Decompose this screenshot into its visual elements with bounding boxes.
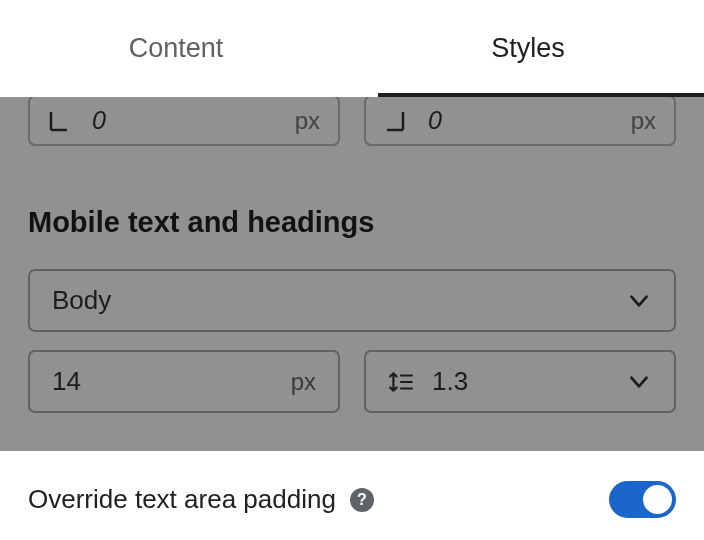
line-height-icon (388, 369, 414, 395)
tab-content-label: Content (129, 33, 224, 64)
font-size-value: 14 (52, 366, 291, 397)
chevron-down-icon (626, 288, 652, 314)
padding-right-icon (384, 110, 406, 132)
override-label: Override text area padding (28, 484, 336, 515)
text-style-selected: Body (52, 285, 626, 316)
text-style-dropdown[interactable]: Body (28, 269, 676, 332)
padding-row: 0 px 0 px (28, 97, 676, 146)
tab-content[interactable]: Content (0, 0, 352, 97)
font-size-unit: px (291, 368, 316, 396)
typography-row: 14 px 1.3 (28, 350, 676, 413)
padding-left-value: 0 (92, 106, 295, 135)
section-heading: Mobile text and headings (28, 206, 676, 239)
override-row: Override text area padding ? (0, 451, 704, 518)
padding-left-icon (48, 110, 70, 132)
line-height-value: 1.3 (432, 366, 626, 397)
padding-left-field[interactable]: 0 px (28, 97, 340, 146)
toggle-knob (643, 485, 672, 514)
font-size-field[interactable]: 14 px (28, 350, 340, 413)
help-icon[interactable]: ? (350, 488, 374, 512)
line-height-field[interactable]: 1.3 (364, 350, 676, 413)
chevron-down-icon (626, 369, 652, 395)
override-toggle[interactable] (609, 481, 676, 518)
padding-right-value: 0 (428, 106, 631, 135)
styles-panel-dimmed: 0 px 0 px Mobile text and headings Body … (0, 97, 704, 451)
tab-styles-label: Styles (491, 33, 565, 64)
padding-right-unit: px (631, 107, 656, 135)
padding-left-unit: px (295, 107, 320, 135)
padding-right-field[interactable]: 0 px (364, 97, 676, 146)
tabs: Content Styles (0, 0, 704, 97)
tab-styles[interactable]: Styles (352, 0, 704, 97)
